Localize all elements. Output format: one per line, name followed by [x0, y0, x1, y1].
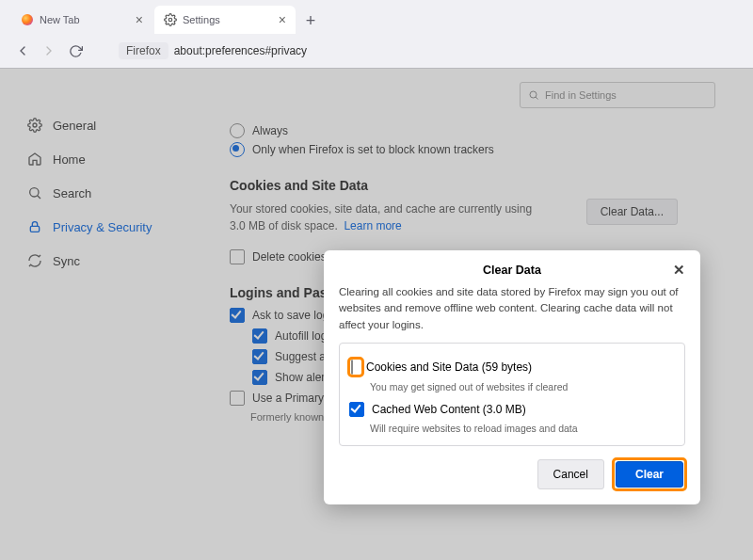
highlight-marker	[349, 359, 362, 376]
firefox-icon	[21, 13, 34, 26]
close-icon[interactable]: ×	[279, 12, 286, 27]
gear-icon	[164, 13, 177, 26]
cancel-button[interactable]: Cancel	[537, 459, 604, 489]
back-button[interactable]	[9, 38, 36, 64]
tab-label: New Tab	[40, 14, 80, 25]
address-bar[interactable]: Firefox about:preferences#privacy	[98, 39, 744, 63]
cookies-option-checkbox[interactable]: Cookies and Site Data (59 bytes)	[349, 359, 675, 376]
option-subtext: Will require websites to reload images a…	[370, 423, 675, 434]
checkbox-label: Cached Web Content (3.0 MB)	[372, 403, 526, 416]
toolbar: Firefox about:preferences#privacy	[0, 34, 753, 69]
cache-option-checkbox[interactable]: Cached Web Content (3.0 MB)	[349, 402, 675, 417]
tab-label: Settings	[183, 14, 220, 25]
checkbox-icon	[349, 402, 364, 417]
forward-button[interactable]	[36, 38, 62, 64]
reload-button[interactable]	[62, 38, 88, 64]
dialog-actions: Cancel Clear	[339, 459, 685, 489]
svg-point-0	[168, 18, 172, 22]
dialog-options: Cookies and Site Data (59 bytes) You may…	[339, 343, 685, 446]
tab-strip: New Tab × Settings × +	[0, 0, 753, 34]
url-host: Firefox	[119, 42, 168, 59]
firefox-icon	[98, 43, 113, 58]
new-tab-button[interactable]: +	[297, 8, 324, 34]
tab-settings[interactable]: Settings ×	[154, 6, 296, 34]
clear-button[interactable]: Clear	[616, 461, 683, 488]
checkbox-icon	[351, 360, 353, 375]
close-icon[interactable]: ×	[136, 12, 143, 27]
tab-new-tab[interactable]: New Tab ×	[11, 6, 152, 34]
dialog-title: Clear Data	[483, 264, 541, 277]
checkbox-label: Cookies and Site Data (59 bytes)	[366, 360, 532, 374]
highlight-marker: Clear	[614, 459, 685, 489]
close-icon[interactable]: ✕	[673, 262, 685, 279]
firefox-window: New Tab × Settings × + Firefox about:pre…	[0, 0, 753, 560]
clear-data-dialog: Clear Data ✕ Clearing all cookies and si…	[324, 250, 700, 504]
url-path: about:preferences#privacy	[174, 44, 307, 57]
option-subtext: You may get signed out of websites if cl…	[370, 381, 675, 392]
dialog-description: Clearing all cookies and site data store…	[339, 284, 685, 333]
